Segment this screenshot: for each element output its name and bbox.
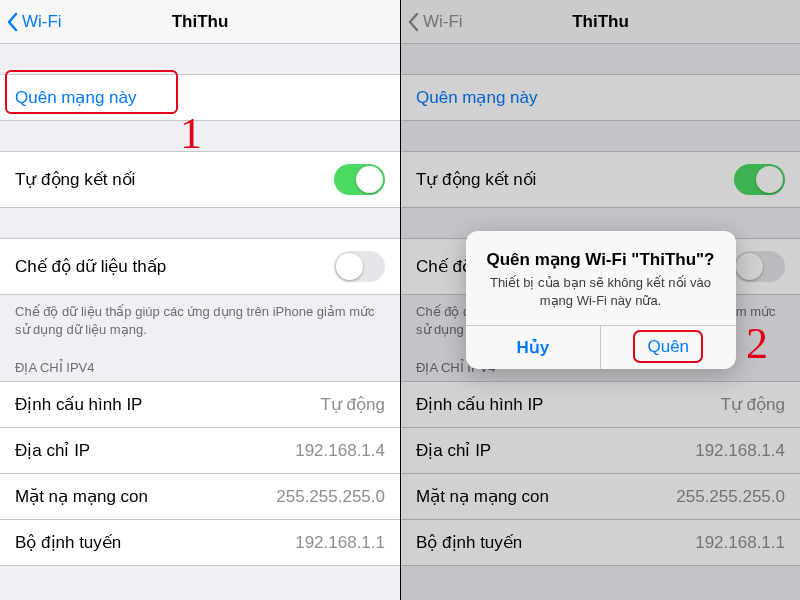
forget-alert: Quên mạng Wi-Fi "ThiThu"? Thiết bị của b…: [466, 231, 736, 369]
back-button[interactable]: Wi-Fi: [0, 12, 62, 32]
ip-address-value: 192.168.1.4: [295, 441, 385, 461]
alert-cancel-label: Hủy: [516, 338, 549, 357]
alert-cancel-button[interactable]: Hủy: [466, 326, 601, 369]
screenshot-step-1: Wi-Fi ThiThu Quên mạng này 1 Tự động kết…: [0, 0, 400, 600]
forget-network-label: Quên mạng này: [15, 87, 137, 108]
alert-confirm-button[interactable]: Quên: [600, 326, 736, 369]
router-row: Bộ định tuyến 192.168.1.1: [0, 520, 400, 566]
toggle-knob: [356, 166, 383, 193]
ip-address-row: Địa chỉ IP 192.168.1.4: [0, 428, 400, 474]
modal-overlay: Quên mạng Wi-Fi "ThiThu"? Thiết bị của b…: [401, 0, 800, 600]
forget-network-button[interactable]: Quên mạng này: [0, 74, 400, 121]
low-data-footer: Chế độ dữ liệu thấp giúp các ứng dụng tr…: [0, 295, 400, 344]
router-label: Bộ định tuyến: [15, 532, 121, 553]
router-value: 192.168.1.1: [295, 533, 385, 553]
low-data-label: Chế độ dữ liệu thấp: [15, 256, 166, 277]
ip-address-label: Địa chỉ IP: [15, 440, 90, 461]
chevron-left-icon: [6, 12, 18, 32]
subnet-mask-label: Mặt nạ mạng con: [15, 486, 148, 507]
alert-message: Thiết bị của bạn sẽ không kết nối vào mạ…: [482, 274, 720, 309]
auto-join-toggle[interactable]: [334, 164, 385, 195]
auto-join-label: Tự động kết nối: [15, 169, 135, 190]
subnet-mask-row: Mặt nạ mạng con 255.255.255.0: [0, 474, 400, 520]
subnet-mask-value: 255.255.255.0: [276, 487, 385, 507]
screenshot-step-2: Wi-Fi ThiThu Quên mạng này Tự động kết n…: [400, 0, 800, 600]
back-label: Wi-Fi: [22, 12, 62, 32]
auto-join-row: Tự động kết nối: [0, 151, 400, 208]
low-data-toggle[interactable]: [334, 251, 385, 282]
ipv4-list: Định cấu hình IP Tự động Địa chỉ IP 192.…: [0, 381, 400, 566]
alert-confirm-label: Quên: [647, 337, 689, 356]
nav-bar: Wi-Fi ThiThu: [0, 0, 400, 44]
low-data-row: Chế độ dữ liệu thấp: [0, 238, 400, 295]
configure-ip-label: Định cấu hình IP: [15, 394, 142, 415]
configure-ip-row[interactable]: Định cấu hình IP Tự động: [0, 381, 400, 428]
ipv4-header: ĐỊA CHỈ IPV4: [0, 344, 400, 381]
alert-title: Quên mạng Wi-Fi "ThiThu"?: [482, 249, 720, 270]
toggle-knob: [336, 253, 363, 280]
configure-ip-value: Tự động: [321, 394, 385, 415]
